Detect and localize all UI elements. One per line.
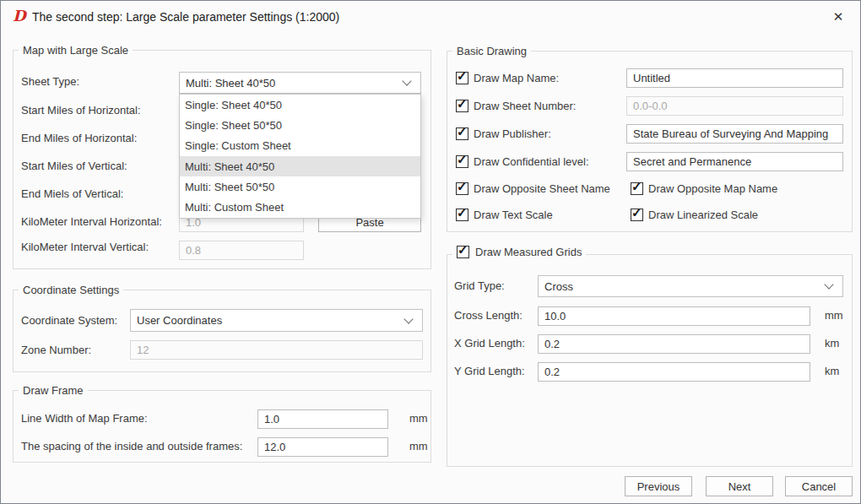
window-title: The second step: Large Scale parameter S… <box>32 10 339 24</box>
sheet-number-field[interactable]: 0.0-0.0 <box>626 96 843 116</box>
dropdown-option-multi-custom-sheet[interactable]: Multi: Custom Sheet <box>180 198 420 218</box>
coordinate-system-value: User Coordinates <box>137 314 222 327</box>
frame-spacing-label: The spacing of the inside and outside fr… <box>21 439 242 454</box>
draw-opposite-sheet-name-label: Draw Opposite Sheet Name <box>474 182 610 197</box>
grid-type-combobox[interactable]: Cross <box>538 275 843 297</box>
draw-measured-grids-group: Draw Measured Grids Grid Type: Cross Cro… <box>447 254 853 467</box>
x-grid-length-value: 0.2 <box>544 338 560 350</box>
draw-linearized-scale-label: Draw Linearized Scale <box>648 208 758 223</box>
draw-map-name-checkbox[interactable] <box>456 72 468 84</box>
draw-confidential-level-checkbox[interactable] <box>456 155 468 168</box>
title-bar: D The second step: Large Scale parameter… <box>1 1 860 35</box>
dropdown-option-multi-sheet-50x50[interactable]: Multi: Sheet 50*50 <box>180 176 420 197</box>
draw-sheet-number-checkbox[interactable] <box>456 100 468 112</box>
draw-opposite-sheet-name-checkbox[interactable] <box>456 182 468 195</box>
map-with-large-scale-group: Map with Large Scale Sheet Type: Multi: … <box>13 50 431 269</box>
cancel-button-label: Cancel <box>802 480 836 493</box>
draw-measured-grids-legend: Draw Measured Grids <box>452 246 586 258</box>
zone-number-value: 12 <box>137 344 149 356</box>
coordinate-settings-legend: Coordinate Settings <box>19 283 123 297</box>
end-miles-horizontal-label: End Miles of Horizontal: <box>21 131 137 146</box>
dialog-window: D The second step: Large Scale parameter… <box>0 0 861 504</box>
dropdown-option-single-sheet-40x50[interactable]: Single: Sheet 40*50 <box>180 95 420 115</box>
grid-type-label: Grid Type: <box>454 279 505 294</box>
publisher-value: State Bureau of Surveying And Mapping <box>633 127 828 140</box>
chevron-down-icon <box>403 314 413 323</box>
map-name-field[interactable]: Untitled <box>626 68 843 88</box>
sheet-type-dropdown-list: Single: Sheet 40*50 Single: Sheet 50*50 … <box>179 94 421 219</box>
sheet-type-label: Sheet Type: <box>21 74 79 89</box>
publisher-field[interactable]: State Bureau of Surveying And Mapping <box>626 124 843 144</box>
line-width-label: Line Width of Map Frame: <box>21 411 148 426</box>
cross-length-value: 10.0 <box>544 310 566 322</box>
km-interval-vertical-value: 0.8 <box>186 244 201 257</box>
line-width-value: 1.0 <box>264 413 279 425</box>
draw-text-scale-label: Draw Text Scale <box>474 208 553 223</box>
chevron-down-icon <box>824 279 833 289</box>
cancel-button[interactable]: Cancel <box>785 476 853 496</box>
draw-opposite-map-name-checkbox[interactable] <box>631 182 643 195</box>
frame-spacing-field[interactable]: 12.0 <box>257 437 388 457</box>
y-grid-length-field[interactable]: 0.2 <box>538 362 810 382</box>
cross-length-field[interactable]: 10.0 <box>538 306 810 326</box>
draw-measured-grids-checkbox[interactable] <box>457 246 469 258</box>
app-logo-icon: D <box>13 8 26 24</box>
frame-spacing-value: 12.0 <box>264 441 285 453</box>
chevron-down-icon <box>402 76 411 85</box>
basic-drawing-group: Basic Drawing Draw Map Name: Untitled Dr… <box>447 51 853 232</box>
draw-publisher-label: Draw Publisher: <box>474 127 551 142</box>
sheet-type-value: Multi: Sheet 40*50 <box>186 77 275 89</box>
next-button[interactable]: Next <box>706 476 773 496</box>
draw-opposite-map-name-label: Draw Opposite Map Name <box>648 182 777 197</box>
draw-confidential-level-label: Draw Confidential level: <box>474 154 589 170</box>
km-interval-horizontal-label: KiloMeter Interval Horizontal: <box>21 214 162 230</box>
cross-length-unit: mm <box>825 308 843 323</box>
sheet-number-value: 0.0-0.0 <box>633 100 667 112</box>
coordinate-system-label: Coordinate System: <box>21 313 117 328</box>
draw-measured-grids-label: Draw Measured Grids <box>475 246 582 258</box>
x-grid-length-label: X Grid Length: <box>454 336 525 351</box>
y-grid-length-value: 0.2 <box>544 366 560 378</box>
frame-spacing-unit: mm <box>409 439 428 454</box>
draw-frame-group: Draw Frame Line Width of Map Frame: 1.0 … <box>13 390 431 463</box>
km-interval-vertical-field[interactable]: 0.8 <box>179 241 304 260</box>
close-icon: ✕ <box>833 9 844 24</box>
coordinate-system-combobox[interactable]: User Coordinates <box>130 309 423 332</box>
draw-linearized-scale-checkbox[interactable] <box>631 209 643 221</box>
draw-text-scale-checkbox[interactable] <box>456 209 468 221</box>
x-grid-length-field[interactable]: 0.2 <box>538 334 810 354</box>
draw-publisher-checkbox[interactable] <box>456 127 468 140</box>
close-button[interactable]: ✕ <box>820 1 857 33</box>
km-interval-vertical-label: KiloMeter Interval Vertical: <box>21 240 149 255</box>
draw-frame-legend: Draw Frame <box>19 383 88 398</box>
sheet-type-combobox[interactable]: Multi: Sheet 40*50 <box>179 72 421 94</box>
y-grid-length-unit: km <box>825 364 839 379</box>
line-width-unit: mm <box>409 411 428 426</box>
previous-button-label: Previous <box>637 480 680 493</box>
dropdown-option-single-sheet-50x50[interactable]: Single: Sheet 50*50 <box>180 115 420 135</box>
start-miles-vertical-label: Start Miles of Vertical: <box>21 159 127 174</box>
draw-sheet-number-label: Draw Sheet Number: <box>474 99 576 114</box>
cross-length-label: Cross Length: <box>454 308 523 323</box>
line-width-field[interactable]: 1.0 <box>257 409 388 429</box>
basic-drawing-legend: Basic Drawing <box>452 44 531 58</box>
start-miles-horizontal-label: Start Miles of Horizontal: <box>21 103 141 118</box>
draw-map-name-label: Draw Map Name: <box>474 71 559 86</box>
confidential-level-value: Secret and Permanence <box>633 155 751 168</box>
map-group-legend: Map with Large Scale <box>19 43 133 57</box>
end-miles-vertical-label: End Miels of Vertical: <box>21 187 123 202</box>
confidential-level-field[interactable]: Secret and Permanence <box>626 152 843 171</box>
grid-type-value: Cross <box>544 280 573 293</box>
zone-number-field[interactable]: 12 <box>130 340 423 360</box>
next-button-label: Next <box>728 480 751 493</box>
coordinate-settings-group: Coordinate Settings Coordinate System: U… <box>13 290 431 372</box>
previous-button[interactable]: Previous <box>625 476 692 496</box>
dropdown-option-multi-sheet-40x50[interactable]: Multi: Sheet 40*50 <box>180 156 420 176</box>
y-grid-length-label: Y Grid Length: <box>454 364 525 379</box>
map-name-value: Untitled <box>633 72 670 84</box>
dropdown-option-single-custom-sheet[interactable]: Single: Custom Sheet <box>180 136 420 156</box>
zone-number-label: Zone Number: <box>21 343 91 358</box>
x-grid-length-unit: km <box>825 336 839 351</box>
